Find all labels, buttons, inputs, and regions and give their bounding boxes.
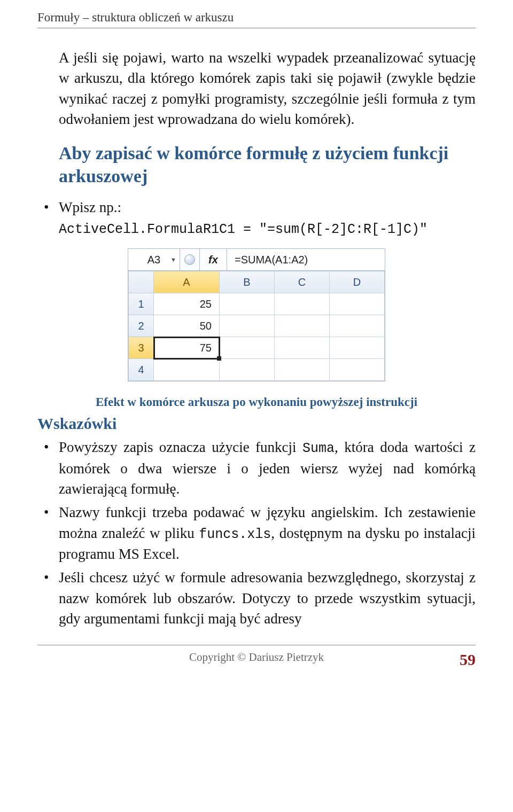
cell-b4[interactable] xyxy=(220,359,275,381)
name-box[interactable]: A3 ▼ xyxy=(128,249,180,270)
hint1-text-a: Powyższy zapis oznacza użycie funkcji xyxy=(59,439,302,455)
worksheet-grid[interactable]: A B C D 1 25 2 xyxy=(128,271,385,381)
row-header-1[interactable]: 1 xyxy=(129,293,154,315)
hint1-code: Suma xyxy=(302,441,335,456)
hint2-code: funcs.xls xyxy=(199,527,271,542)
figure-caption: Efekt w komórce arkusza po wykonaniu pow… xyxy=(37,395,476,409)
formula-bar-value: =SUMA(A1:A2) xyxy=(235,254,308,266)
cell-b1[interactable] xyxy=(220,293,275,315)
fx-icon[interactable]: fx xyxy=(200,249,227,270)
cell-a2[interactable]: 50 xyxy=(154,315,220,337)
select-all-corner[interactable] xyxy=(129,271,154,293)
formula-bar-row: A3 ▼ fx =SUMA(A1:A2) xyxy=(128,249,385,271)
excel-screenshot: A3 ▼ fx =SUMA(A1:A2) A B C D xyxy=(37,248,476,381)
bullet-code: ActiveCell.FormulaR1C1 = "=sum(R[-2]C:R[… xyxy=(59,222,428,237)
name-box-value: A3 xyxy=(147,254,160,266)
cell-b3[interactable] xyxy=(220,337,275,359)
dropdown-icon[interactable]: ▼ xyxy=(170,256,176,263)
cell-c2[interactable] xyxy=(275,315,330,337)
col-header-a[interactable]: A xyxy=(154,271,220,293)
col-header-b[interactable]: B xyxy=(220,271,275,293)
cell-c4[interactable] xyxy=(275,359,330,381)
cell-a4[interactable] xyxy=(154,359,220,381)
hint-bullet-1: Powyższy zapis oznacza użycie funkcji Su… xyxy=(37,437,476,499)
bullet-lead: Wpisz np.: xyxy=(59,199,121,215)
page-number: 59 xyxy=(460,651,476,669)
hints-heading: Wskazówki xyxy=(37,415,476,433)
running-header: Formuły – struktura obliczeń w arkuszu xyxy=(37,11,476,28)
col-header-c[interactable]: C xyxy=(275,271,330,293)
cancel-button[interactable] xyxy=(180,249,200,270)
cell-a1[interactable]: 25 xyxy=(154,293,220,315)
page-footer: Copyright © Dariusz Pietrzyk 59 xyxy=(37,645,476,664)
hint-bullet-3: Jeśli chcesz użyć w formule adresowania … xyxy=(37,567,476,629)
cell-c1[interactable] xyxy=(275,293,330,315)
formula-bar-input[interactable]: =SUMA(A1:A2) xyxy=(227,249,385,270)
row-header-3[interactable]: 3 xyxy=(129,337,154,359)
instruction-heading: Aby zapisać w komórce formułę z użyciem … xyxy=(59,142,476,188)
cell-d1[interactable] xyxy=(330,293,385,315)
cell-c3[interactable] xyxy=(275,337,330,359)
intro-paragraph: A jeśli się pojawi, warto na wszelki wyp… xyxy=(59,48,476,129)
instruction-bullet: Wpisz np.: ActiveCell.FormulaR1C1 = "=su… xyxy=(37,197,476,239)
footer-copyright: Copyright © Dariusz Pietrzyk xyxy=(189,651,324,664)
cell-d3[interactable] xyxy=(330,337,385,359)
col-header-d[interactable]: D xyxy=(330,271,385,293)
cell-d4[interactable] xyxy=(330,359,385,381)
hint-bullet-2: Nazwy funkcji trzeba podawać w języku an… xyxy=(37,502,476,564)
cell-d2[interactable] xyxy=(330,315,385,337)
row-header-4[interactable]: 4 xyxy=(129,359,154,381)
row-header-2[interactable]: 2 xyxy=(129,315,154,337)
cell-a3[interactable]: 75 xyxy=(154,337,220,359)
cell-b2[interactable] xyxy=(220,315,275,337)
